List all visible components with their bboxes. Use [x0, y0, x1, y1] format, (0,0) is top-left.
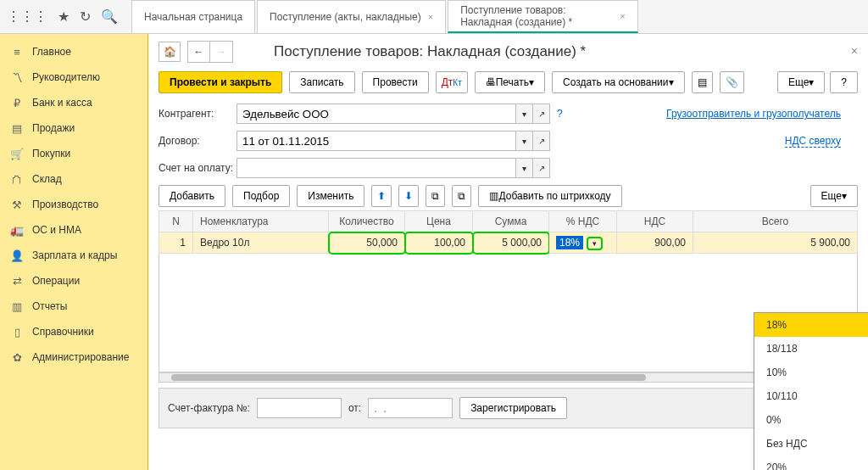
history-icon[interactable]: ↻ [80, 8, 91, 25]
col-price: Цена [405, 211, 473, 232]
more-button[interactable]: Еще ▾ [777, 71, 825, 93]
consignor-link[interactable]: Грузоотправитель и грузополучатель [666, 108, 841, 120]
post-and-close-button[interactable]: Провести и закрыть [159, 71, 282, 93]
cell-item[interactable]: Ведро 10л [193, 232, 329, 254]
invoice-no-input[interactable] [257, 398, 342, 418]
table-header-row: N Номенклатура Количество Цена Сумма % Н… [159, 211, 858, 232]
add-by-barcode-button[interactable]: ▥ Добавить по штрихкоду [478, 185, 621, 207]
page-title: Поступление товаров: Накладная (создание… [274, 43, 586, 60]
scrollbar-thumb[interactable] [171, 374, 646, 381]
sidebar-item-production[interactable]: ⚒Производство [0, 192, 147, 217]
vat-dropdown-icon[interactable]: ▾ [587, 237, 603, 250]
tab-invoice-create[interactable]: Поступление товаров: Накладная (создание… [448, 0, 637, 33]
move-up-button[interactable]: ⬆ [371, 185, 392, 207]
dt-kt-button[interactable]: ДтКт [436, 71, 468, 93]
table-row[interactable]: 1 Ведро 10л 50,000 100,00 5 000,00 18%▾ … [159, 232, 858, 254]
close-document-icon[interactable]: × [851, 44, 858, 58]
open-icon[interactable]: ↗ [533, 131, 550, 151]
sidebar-item-sales[interactable]: ▤Продажи [0, 115, 147, 141]
cell-qty[interactable]: 50,000 [329, 232, 405, 254]
help-button[interactable]: ? [830, 71, 858, 93]
invoice-input[interactable] [236, 158, 516, 178]
print-button[interactable]: 🖶 Печать ▾ [475, 71, 545, 93]
book-icon: ▯ [10, 325, 24, 339]
col-sum: Сумма [473, 211, 549, 232]
back-button[interactable]: ← [188, 42, 210, 62]
search-icon[interactable]: 🔍 [101, 8, 118, 25]
chart-icon: 〽 [10, 70, 24, 84]
apps-icon[interactable]: ⋮⋮⋮ [7, 8, 47, 25]
vat-option[interactable]: Без НДС [754, 432, 868, 456]
cell-price[interactable]: 100,00 [405, 232, 473, 254]
tab-receipts[interactable]: Поступление (акты, накладные)× [257, 0, 446, 33]
table-more-button[interactable]: Еще ▾ [810, 185, 858, 207]
post-button[interactable]: Провести [362, 71, 429, 93]
open-icon[interactable]: ↗ [533, 158, 550, 178]
col-item: Номенклатура [193, 211, 329, 232]
sidebar-item-directories[interactable]: ▯Справочники [0, 319, 147, 344]
vat-dropdown: 18% 18/118 10% 10/110 0% Без НДС 20% 20/… [754, 312, 868, 470]
cell-vat-pct[interactable]: 18%▾ [549, 232, 617, 254]
col-vat-pct: % НДС [549, 211, 617, 232]
dropdown-icon[interactable]: ▾ [516, 131, 533, 151]
invoice-no-label: Счет-фактура №: [168, 402, 250, 414]
cell-total[interactable]: 5 900,00 [693, 232, 858, 254]
cell-sum[interactable]: 5 000,00 [473, 232, 549, 254]
dropdown-icon[interactable]: ▾ [516, 158, 533, 178]
sidebar-item-purchases[interactable]: 🛒Покупки [0, 141, 147, 166]
sidebar-item-admin[interactable]: ✿Администрирование [0, 344, 147, 370]
reports-icon: ▥ [10, 299, 24, 313]
sidebar-item-label: Главное [32, 46, 71, 58]
copy-button[interactable]: ⧉ [426, 185, 445, 207]
vat-option[interactable]: 10% [754, 361, 868, 384]
sidebar-item-reports[interactable]: ▥Отчеты [0, 294, 147, 319]
contractor-input[interactable] [236, 104, 516, 124]
warehouse-icon: ⛫ [10, 172, 24, 186]
add-row-button[interactable]: Добавить [159, 185, 225, 207]
contractor-label: Контрагент: [159, 108, 236, 120]
col-n: N [159, 211, 193, 232]
vat-option[interactable]: 0% [754, 408, 868, 432]
select-items-button[interactable]: Подбор [232, 185, 290, 207]
tab-home[interactable]: Начальная страница [131, 0, 255, 33]
sidebar-item-hr[interactable]: 👤Зарплата и кадры [0, 243, 147, 268]
vat-mode-link[interactable]: НДС сверху [785, 135, 841, 148]
close-icon[interactable]: × [428, 12, 433, 22]
open-icon[interactable]: ↗ [533, 104, 550, 124]
edit-row-button[interactable]: Изменить [297, 185, 364, 207]
sidebar-item-bank[interactable]: ₽Банк и касса [0, 90, 147, 115]
dropdown-icon[interactable]: ▾ [516, 104, 533, 124]
register-button[interactable]: Зарегистрировать [459, 397, 567, 419]
more-label: Еще [788, 76, 809, 88]
sidebar-item-warehouse[interactable]: ⛫Склад [0, 166, 147, 192]
vat-option[interactable]: 20% [754, 456, 868, 470]
cell-vat[interactable]: 900,00 [617, 232, 693, 254]
form-button[interactable]: ▤ [692, 71, 713, 93]
table-more-label: Еще [821, 190, 842, 202]
attach-button[interactable]: 📎 [720, 71, 744, 93]
sidebar-item-assets[interactable]: 🚛ОС и НМА [0, 217, 147, 243]
contract-input[interactable] [236, 131, 516, 151]
create-based-button[interactable]: Создать на основании ▾ [552, 71, 685, 93]
sidebar-item-operations[interactable]: ⇄Операции [0, 268, 147, 294]
paste-button[interactable]: ⧉ [452, 185, 471, 207]
star-icon[interactable]: ★ [58, 8, 70, 25]
vat-option[interactable]: 18% [754, 313, 868, 337]
create-based-label: Создать на основании [563, 76, 669, 88]
home-button[interactable]: 🏠 [159, 42, 181, 62]
forward-button[interactable]: → [210, 42, 232, 62]
sidebar-item-manager[interactable]: 〽Руководителю [0, 64, 147, 90]
invoice-date-input[interactable] [368, 398, 453, 418]
sidebar-item-main[interactable]: ≡Главное [0, 39, 147, 64]
move-down-button[interactable]: ⬇ [398, 185, 419, 207]
help-link[interactable]: ? [557, 108, 563, 120]
sidebar-item-label: Банк и касса [32, 97, 92, 109]
cell-n[interactable]: 1 [159, 232, 193, 254]
vat-option[interactable]: 10/110 [754, 384, 868, 408]
operations-icon: ⇄ [10, 274, 24, 288]
close-icon[interactable]: × [620, 11, 625, 21]
person-icon: 👤 [10, 249, 24, 262]
ruble-icon: ₽ [10, 96, 24, 109]
vat-option[interactable]: 18/118 [754, 337, 868, 361]
save-button[interactable]: Записать [289, 71, 354, 93]
